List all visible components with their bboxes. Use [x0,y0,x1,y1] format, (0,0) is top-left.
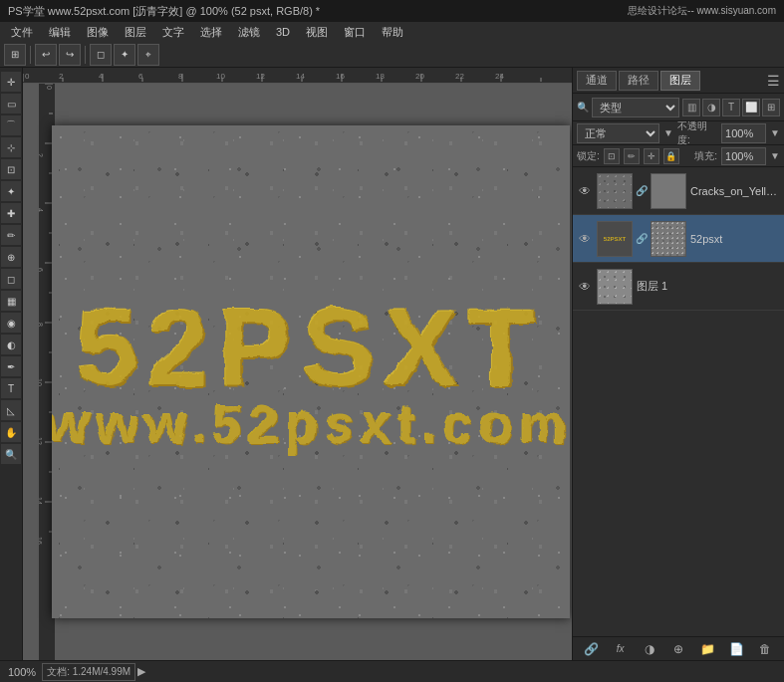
menu-file[interactable]: 文件 [4,23,40,42]
svg-text:10: 10 [216,72,225,81]
menu-help[interactable]: 帮助 [375,23,410,42]
opacity-input[interactable] [721,123,766,143]
svg-text:20: 20 [415,72,424,81]
yellow-text-layer: 52PSXT www.52psxt.com [52,125,570,618]
tab-layers[interactable]: 图层 [660,71,700,91]
svg-text:12: 12 [39,437,43,445]
toolbar-btn3[interactable]: ◻ [90,44,112,66]
layer-item-cracks[interactable]: 👁 🔗 Cracks_on_Yellow_As... [573,167,784,215]
status-doc-area: 文档: 1.24M/4.99M ▶ [42,663,145,681]
blend-mode-row: 正常 溶解 变暗 正片叠底 ▼ 不透明度: ▼ [573,121,784,145]
tool-lasso[interactable]: ⌒ [1,115,21,135]
filter-shape-icon[interactable]: ⬜ [742,99,760,116]
layer-new-btn[interactable]: 📄 [726,640,746,658]
app-title: PS学堂 www.52psxt.com [沥青字效] @ 100% (52 ps… [8,4,320,19]
tool-eyedropper[interactable]: ✦ [1,181,21,201]
menu-edit[interactable]: 编辑 [42,23,78,42]
lock-label: 锁定: [577,149,600,163]
menu-select[interactable]: 选择 [193,23,229,42]
layer-name-layer1: 图层 1 [637,279,780,294]
title-bar: PS学堂 www.52psxt.com [沥青字效] @ 100% (52 ps… [0,0,784,22]
layer-adjustment-btn[interactable]: ⊕ [668,640,688,658]
tool-eraser[interactable]: ◻ [1,269,21,289]
layer-item-52psxt[interactable]: 👁 52PSXT 🔗 52psxt [573,215,784,263]
menu-text[interactable]: 文字 [155,23,191,42]
toolbar: ⊞ ↩ ↪ ◻ ✦ ⌖ [0,42,784,68]
tool-text[interactable]: T [1,378,21,398]
big-text: 52PSXT [77,293,545,402]
svg-text:2: 2 [39,153,44,157]
layer-group-btn[interactable]: 📁 [697,640,717,658]
layer-fx-btn[interactable]: fx [611,640,631,658]
menu-filter[interactable]: 滤镜 [231,23,267,42]
layer-delete-btn[interactable]: 🗑 [755,640,775,658]
menu-view[interactable]: 视图 [299,23,335,42]
layer-eye-52psxt[interactable]: 👁 [577,231,593,247]
tool-crop[interactable]: ⊡ [1,159,21,179]
layer-eye-cracks[interactable]: 👁 [577,183,593,199]
blend-mode-select[interactable]: 正常 溶解 变暗 正片叠底 [577,123,659,143]
lock-all-btn[interactable]: 🔒 [663,148,679,164]
canvas-image: 52PSXT www.52psxt.com [52,125,570,618]
tool-move[interactable]: ✛ [1,72,21,92]
toolbar-btn5[interactable]: ⌖ [137,44,159,66]
filter-smart-icon[interactable]: ⊞ [762,99,780,116]
lock-pixels-btn[interactable]: ✏ [624,148,640,164]
tool-zoom[interactable]: 🔍 [1,444,21,464]
toolbar-btn1[interactable]: ↩ [35,44,57,66]
ruler-h-svg: 0 2 4 6 8 10 12 14 16 18 20 22 24 [23,68,572,84]
filter-adjust-icon[interactable]: ◑ [702,99,720,116]
toolbar-mode-btn[interactable]: ⊞ [4,44,26,66]
status-bar: 100% 文档: 1.24M/4.99M ▶ [0,660,784,682]
tool-clone[interactable]: ⊕ [1,247,21,267]
svg-text:2: 2 [59,72,64,81]
toolbar-btn4[interactable]: ✦ [114,44,135,66]
svg-text:4: 4 [39,208,44,212]
tool-hand[interactable]: ✋ [1,422,21,442]
layer-item-layer1[interactable]: 👁 图层 1 [573,263,784,311]
tool-dodge[interactable]: ◐ [1,335,21,354]
tool-shape[interactable]: ◺ [1,400,21,420]
tool-gradient[interactable]: ▦ [1,291,21,311]
tool-select-rect[interactable]: ▭ [1,94,21,114]
lock-position-btn[interactable]: ✛ [644,148,659,164]
tool-brush[interactable]: ✏ [1,225,21,245]
svg-text:0: 0 [25,72,30,81]
layer-link-52psxt: 🔗 [637,221,647,257]
layer-list: 👁 🔗 Cracks_on_Yellow_As... 👁 52PSXT 🔗 52… [573,167,784,636]
lock-transparent-btn[interactable]: ⊡ [604,148,620,164]
menu-layer[interactable]: 图层 [118,23,153,42]
filter-type-icon[interactable]: T [722,99,740,116]
status-arrow[interactable]: ▶ [137,665,145,678]
menu-window[interactable]: 窗口 [337,23,373,42]
tool-heal[interactable]: ✚ [1,203,21,223]
svg-text:8: 8 [39,323,44,327]
filter-pixel-icon[interactable]: ▥ [682,99,700,116]
toolbar-separator [30,46,31,64]
tab-paths[interactable]: 路径 [619,71,658,91]
layer-link-bottom-btn[interactable]: 🔗 [582,640,602,658]
small-text: www.52psxt.com [52,397,570,452]
canvas-area: 0 2 4 6 8 10 12 14 16 18 20 22 24 [23,68,572,660]
blend-arrow: ▼ [663,127,673,138]
layer-eye-layer1[interactable]: 👁 [577,279,593,295]
tool-magic-wand[interactable]: ⊹ [1,137,21,157]
tool-pen[interactable]: ✒ [1,356,21,376]
menu-image[interactable]: 图像 [80,23,116,42]
tool-panel: ✛ ▭ ⌒ ⊹ ⊡ ✦ ✚ ✏ ⊕ ◻ ▦ ◉ ◐ ✒ T ◺ ✋ 🔍 [0,68,23,660]
layer-bottom-bar: 🔗 fx ◑ ⊕ 📁 📄 🗑 [573,636,784,660]
fill-input[interactable] [721,147,766,165]
tool-blur[interactable]: ◉ [1,313,21,333]
toolbar-btn2[interactable]: ↪ [59,44,81,66]
svg-text:22: 22 [455,72,464,81]
title-bar-left: PS学堂 www.52psxt.com [沥青字效] @ 100% (52 ps… [8,4,320,19]
layer-type-select[interactable]: 类型 名称 效果 模式 属性 颜色 [592,98,679,117]
menu-3d[interactable]: 3D [269,24,297,40]
layer-name-cracks: Cracks_on_Yellow_As... [690,185,780,197]
layer-name-52psxt: 52psxt [690,233,780,245]
panel-menu-icon[interactable]: ☰ [767,73,780,89]
tab-channels[interactable]: 通道 [577,71,617,91]
title-bar-right: 思绘设计论坛-- www.sisyuan.com [628,4,776,18]
panel-tabs: 通道 路径 图层 ☰ [573,68,784,94]
layer-mask-btn[interactable]: ◑ [640,640,659,658]
